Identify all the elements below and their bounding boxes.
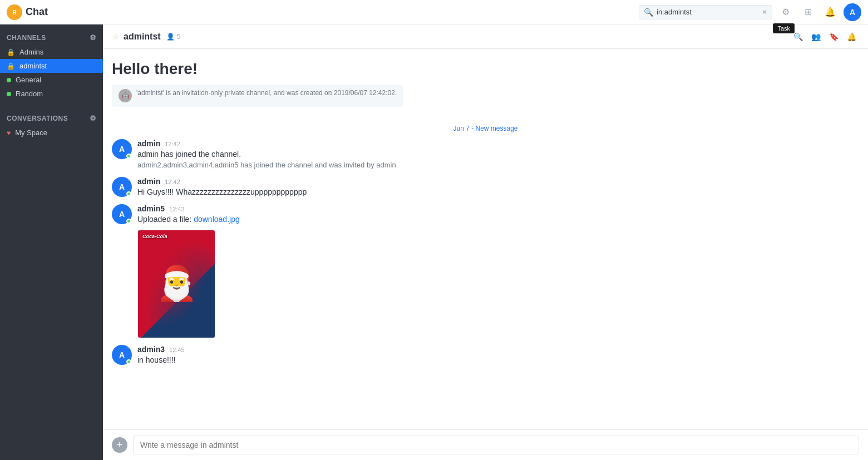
channels-header: CHANNELS ⚙ xyxy=(0,33,103,45)
message-body: admin3 12:45 in house!!!! xyxy=(137,345,859,366)
system-message-box: 🤖 'admintst' is an invitation-only priva… xyxy=(112,85,403,107)
sidebar-item-general[interactable]: General xyxy=(0,73,103,87)
search-clear-icon[interactable]: ✕ xyxy=(762,8,767,16)
message-header: admin5 12:43 xyxy=(137,204,859,213)
bell-button[interactable]: 🔔 xyxy=(821,3,839,21)
avatar: A xyxy=(112,204,132,224)
channel-header-actions: 🔍 👥 🔖 🔔 xyxy=(790,29,859,44)
message-group: A admin3 12:45 in house!!!! xyxy=(112,345,859,366)
members-icon: 👤 xyxy=(166,33,175,41)
sidebar-item-myspace[interactable]: ♥ My Space xyxy=(0,126,103,140)
members-button[interactable]: 👥 xyxy=(808,29,823,44)
user-avatar-button[interactable]: A xyxy=(844,3,861,21)
members-badge[interactable]: 👤 5 xyxy=(166,33,181,41)
message-body: admin5 12:43 Uploaded a file: download.j… xyxy=(137,204,859,338)
logo-area: R Chat xyxy=(7,4,110,20)
notifications-button[interactable]: 🔔 xyxy=(844,29,859,44)
header-right: 🔍 ✕ ⚙ Task ⊞ 🔔 A xyxy=(639,3,861,21)
sidebar-item-random[interactable]: Random xyxy=(0,87,103,101)
message-time: 12:42 xyxy=(165,141,180,147)
message-input-area: + xyxy=(103,429,868,460)
sidebar-item-label: Random xyxy=(16,90,43,98)
lock-icon: 🔒 xyxy=(7,62,15,70)
message-time: 12:45 xyxy=(169,347,185,353)
bell-icon: 🔔 xyxy=(847,32,856,41)
sidebar-item-label: admintst xyxy=(19,62,47,70)
top-header: R Chat 🔍 ✕ ⚙ Task ⊞ 🔔 A xyxy=(0,0,868,24)
channel-name: admintst xyxy=(124,32,161,42)
online-status-dot xyxy=(126,191,131,196)
message-header: admin3 12:45 xyxy=(137,345,859,354)
channels-settings-icon[interactable]: ⚙ xyxy=(90,33,97,42)
message-header: admin 12:42 xyxy=(137,139,859,148)
conversations-header: CONVERSATIONS ⚙ xyxy=(0,114,103,126)
search-icon: 🔍 xyxy=(644,8,653,17)
coca-cola-image: Coca-Cola 🎅 xyxy=(138,230,215,338)
message-text: admin has joined the channel. xyxy=(137,149,859,160)
cola-logo-text: Coca-Cola xyxy=(142,234,167,239)
search-icon: 🔍 xyxy=(793,32,803,41)
sidebar-item-admins[interactable]: 🔒 Admins xyxy=(0,45,103,59)
message-group: A admin 12:42 Hi Guys!!!! Whazzzzzzzzzzz… xyxy=(112,177,859,198)
logo-icon: R xyxy=(7,4,22,20)
search-bar[interactable]: 🔍 ✕ xyxy=(639,5,772,19)
settings-button[interactable]: ⚙ Task xyxy=(777,3,795,21)
bookmark-button[interactable]: 🔖 xyxy=(826,29,841,44)
settings-icon: ⚙ xyxy=(782,7,790,17)
avatar: A xyxy=(112,345,132,365)
system-avatar: 🤖 xyxy=(119,89,132,102)
messages-area: Hello there! 🤖 'admintst' is an invitati… xyxy=(103,49,868,429)
main-layout: CHANNELS ⚙ 🔒 Admins 🔒 admintst General R… xyxy=(0,24,868,460)
system-message-text: 'admintst' is an invitation-only private… xyxy=(136,89,397,97)
message-group: A admin5 12:43 Uploaded a file: download… xyxy=(112,204,859,338)
channel-greeting: Hello there! xyxy=(112,60,859,78)
conversations-settings-icon[interactable]: ⚙ xyxy=(90,114,97,122)
date-divider: Jun 7 - New message xyxy=(112,125,859,132)
message-input[interactable] xyxy=(133,436,859,454)
message-body: admin 12:42 admin has joined the channel… xyxy=(137,139,859,170)
sidebar-item-admintst[interactable]: 🔒 admintst xyxy=(0,59,103,73)
add-attachment-button[interactable]: + xyxy=(112,437,127,453)
members-count: 5 xyxy=(177,33,181,41)
channel-area: ☆ admintst 👤 5 🔍 👥 🔖 🔔 xyxy=(103,24,868,460)
lock-icon: 🔒 xyxy=(7,48,15,56)
svg-text:R: R xyxy=(12,8,17,15)
message-group: A admin 12:42 admin has joined the chann… xyxy=(112,139,859,170)
file-link[interactable]: download.jpg xyxy=(194,215,240,224)
avatar: A xyxy=(112,177,132,197)
online-status-dot xyxy=(126,154,131,159)
star-icon[interactable]: ☆ xyxy=(112,32,119,41)
message-author: admin5 xyxy=(137,204,165,213)
channels-section: CHANNELS ⚙ 🔒 Admins 🔒 admintst General R… xyxy=(0,24,103,105)
app-title: Chat xyxy=(26,6,48,18)
message-text-system: admin2,admin3,admin4,admin5 has joined t… xyxy=(137,160,859,170)
message-header: admin 12:42 xyxy=(137,177,859,186)
grid-icon: ⊞ xyxy=(805,7,812,17)
santa-figure: 🎅 xyxy=(156,267,198,300)
channel-dot-icon xyxy=(7,78,11,82)
search-input[interactable] xyxy=(657,8,758,16)
bell-icon: 🔔 xyxy=(825,7,836,17)
message-time: 12:42 xyxy=(165,179,180,185)
message-time: 12:43 xyxy=(169,206,185,212)
message-text: in house!!!! xyxy=(137,355,859,366)
conversations-section: CONVERSATIONS ⚙ ♥ My Space xyxy=(0,105,103,144)
sidebar-item-label: General xyxy=(16,76,41,84)
message-upload-text: Uploaded a file: download.jpg xyxy=(137,214,859,225)
sidebar: CHANNELS ⚙ 🔒 Admins 🔒 admintst General R… xyxy=(0,24,103,460)
bookmark-icon: 🔖 xyxy=(829,32,839,41)
message-text: Hi Guys!!!! Whazzzzzzzzzzzzzzzuppppppppp… xyxy=(137,187,859,198)
channel-header: ☆ admintst 👤 5 🔍 👥 🔖 🔔 xyxy=(103,24,868,49)
grid-button[interactable]: ⊞ xyxy=(799,3,817,21)
sidebar-item-label: My Space xyxy=(15,128,47,137)
channel-dot-icon xyxy=(7,92,11,96)
task-tooltip: Task xyxy=(773,23,795,33)
avatar: A xyxy=(112,139,132,159)
message-author: admin xyxy=(137,177,160,186)
heart-icon: ♥ xyxy=(7,129,11,137)
online-status-dot xyxy=(126,219,131,224)
message-author: admin xyxy=(137,139,160,148)
sidebar-item-label: Admins xyxy=(19,48,43,56)
image-preview[interactable]: Coca-Cola 🎅 xyxy=(137,230,215,338)
message-body: admin 12:42 Hi Guys!!!! Whazzzzzzzzzzzzz… xyxy=(137,177,859,198)
